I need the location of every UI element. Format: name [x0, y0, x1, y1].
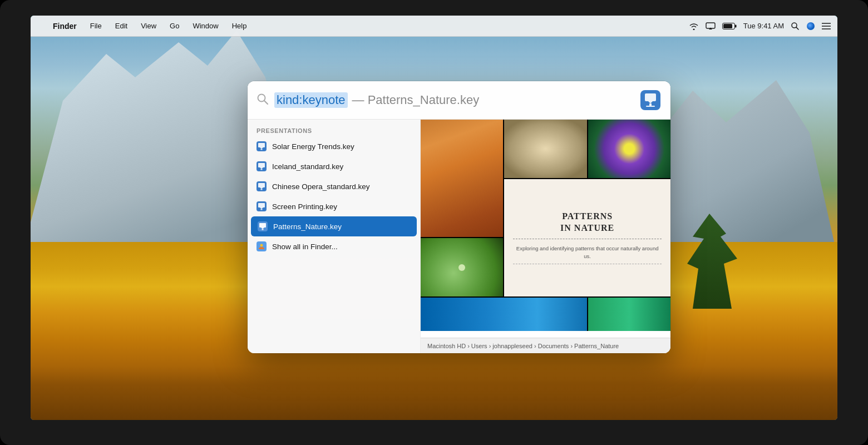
section-header-presentations: PRESENTATIONS: [248, 124, 420, 136]
results-body: PRESENTATIONS Solar Energy Trends.key: [248, 120, 670, 353]
result-icon-iceland: [255, 160, 268, 172]
preview-center-card: PATTERNS IN NATURE Exploring and identif…: [504, 179, 670, 296]
show-all-icon: [255, 240, 268, 253]
search-input-display[interactable]: kind:keynote — Patterns_Nature.key: [274, 92, 639, 108]
search-suggestion-text: — Patterns_Nature.key: [352, 93, 480, 107]
help-menu[interactable]: Help: [230, 21, 249, 31]
file-menu[interactable]: File: [88, 21, 104, 31]
result-name-screen-printing: Screen Printing.key: [272, 202, 337, 211]
preview-subtitle: Exploring and identifying patterns that …: [513, 245, 662, 265]
result-item-screen-printing[interactable]: Screen Printing.key: [248, 196, 420, 216]
svg-rect-29: [259, 223, 266, 228]
svg-rect-26: [258, 203, 265, 207]
edit-menu[interactable]: Edit: [113, 21, 130, 31]
airplay-icon[interactable]: [706, 22, 716, 30]
result-name-patterns-nature: Patterns_Nature.key: [273, 222, 342, 231]
svg-rect-21: [261, 169, 263, 170]
result-item-patterns-nature[interactable]: Patterns_Nature.key: [251, 216, 417, 236]
go-menu[interactable]: Go: [167, 21, 181, 31]
svg-rect-24: [261, 189, 263, 190]
wifi-icon: [689, 22, 699, 30]
datetime-display: Tue 9:41 AM: [743, 22, 784, 30]
result-item-solar-energy[interactable]: Solar Energy Trends.key: [248, 136, 420, 156]
keynote-app-icon: [639, 89, 662, 111]
result-icon-chinese-opera: [255, 180, 268, 192]
result-icon-screen-printing: [255, 200, 268, 212]
svg-rect-14: [649, 103, 652, 106]
preview-image-blue: [421, 298, 587, 331]
preview-image-grid: PATTERNS IN NATURE Exploring and identif…: [421, 120, 670, 331]
svg-point-32: [260, 244, 263, 247]
result-name-solar-energy: Solar Energy Trends.key: [272, 142, 354, 151]
svg-rect-13: [645, 93, 656, 101]
svg-rect-20: [258, 163, 265, 167]
menubar: Finder File Edit View Go Window Help: [31, 16, 837, 37]
results-list: PRESENTATIONS Solar Energy Trends.key: [248, 120, 420, 353]
preview-pane: PATTERNS IN NATURE Exploring and identif…: [420, 120, 670, 353]
result-item-iceland[interactable]: Iceland_standard.key: [248, 156, 420, 176]
menubar-left: Finder File Edit View Go Window Help: [37, 21, 249, 32]
preview-image-green: [588, 298, 670, 331]
list-icon: [822, 22, 831, 30]
search-menubar-icon: [791, 22, 800, 31]
svg-point-6: [807, 22, 815, 30]
show-all-finder-item[interactable]: Show all in Finder...: [248, 236, 420, 256]
svg-rect-17: [258, 143, 265, 147]
search-icon-wrap: [257, 93, 269, 108]
keynote-icon-svg: [640, 90, 660, 110]
spotlight-menubar-icon[interactable]: [791, 22, 800, 31]
battery-icon: [722, 23, 737, 29]
svg-rect-3: [723, 24, 732, 28]
control-center-icon[interactable]: [822, 22, 831, 30]
finder-menu[interactable]: Finder: [51, 21, 79, 32]
preview-path-bar: Macintosh HD › Users › johnappleseed › D…: [421, 338, 670, 353]
menubar-right: Tue 9:41 AM: [689, 22, 831, 31]
svg-rect-27: [261, 209, 263, 210]
search-query-text: kind:keynote: [274, 92, 348, 108]
wifi-status[interactable]: [689, 22, 699, 30]
svg-rect-30: [262, 229, 264, 230]
spotlight-window: kind:keynote — Patterns_Nature.key: [248, 81, 670, 353]
result-icon-solar-energy: [255, 140, 268, 152]
battery-status[interactable]: [722, 23, 737, 29]
siri-orb-icon: [806, 22, 815, 31]
search-bar[interactable]: kind:keynote — Patterns_Nature.key: [248, 81, 670, 120]
result-icon-patterns-nature: [257, 220, 269, 233]
view-menu[interactable]: View: [139, 21, 159, 31]
preview-image-spiral: [504, 120, 586, 178]
result-item-chinese-opera[interactable]: Chinese Opera_standard.key: [248, 176, 420, 196]
svg-rect-18: [261, 149, 263, 150]
path-text: Macintosh HD › Users › johnappleseed › D…: [427, 343, 619, 349]
svg-line-11: [264, 101, 268, 104]
svg-rect-2: [735, 24, 737, 27]
svg-rect-23: [258, 183, 265, 187]
apple-menu[interactable]: [37, 25, 42, 27]
airplay-display-icon: [706, 22, 716, 30]
macbook-frame: Finder File Edit View Go Window Help: [0, 0, 868, 445]
svg-rect-15: [646, 106, 655, 107]
siri-icon[interactable]: [806, 22, 815, 31]
search-icon: [257, 93, 269, 105]
result-name-iceland: Iceland_standard.key: [272, 162, 343, 171]
screen: Finder File Edit View Go Window Help: [31, 16, 837, 420]
result-name-chinese-opera: Chinese Opera_standard.key: [272, 182, 370, 191]
show-all-label: Show all in Finder...: [272, 243, 338, 251]
preview-image-flower: [588, 120, 670, 178]
preview-title: PATTERNS IN NATURE: [513, 211, 662, 239]
preview-image-canyon: [421, 120, 503, 237]
preview-image-succulent: [421, 238, 503, 296]
window-menu[interactable]: Window: [190, 21, 220, 31]
svg-line-5: [796, 27, 798, 29]
